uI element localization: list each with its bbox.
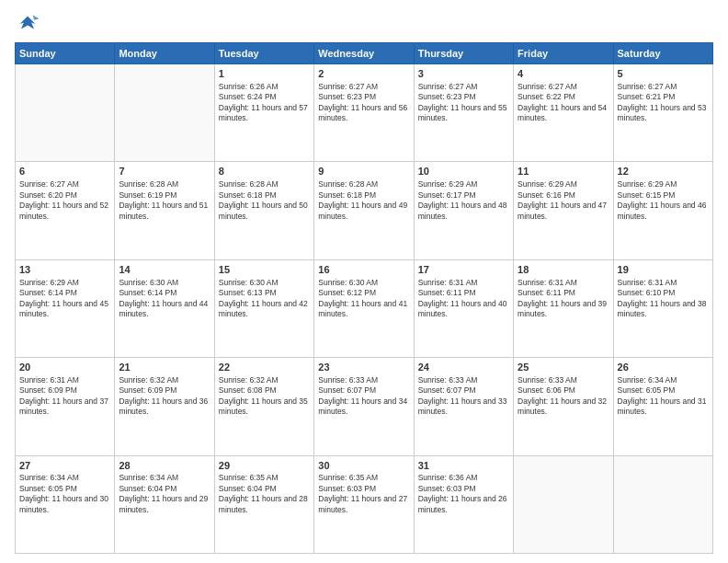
day-number: 27	[19, 459, 110, 473]
page: SundayMondayTuesdayWednesdayThursdayFrid…	[0, 0, 728, 563]
calendar-cell: 22Sunrise: 6:32 AM Sunset: 6:08 PM Dayli…	[214, 358, 313, 455]
day-info: Sunrise: 6:31 AM Sunset: 6:09 PM Dayligh…	[19, 375, 110, 418]
day-number: 30	[318, 459, 409, 473]
day-number: 5	[618, 67, 709, 81]
logo-bird-icon	[15, 11, 40, 37]
day-info: Sunrise: 6:35 AM Sunset: 6:03 PM Dayligh…	[318, 473, 409, 515]
calendar-cell: 15Sunrise: 6:30 AM Sunset: 6:13 PM Dayli…	[214, 259, 313, 357]
day-info: Sunrise: 6:32 AM Sunset: 6:08 PM Dayligh…	[219, 375, 310, 418]
day-info: Sunrise: 6:27 AM Sunset: 6:23 PM Dayligh…	[318, 82, 409, 124]
day-number: 15	[219, 263, 310, 277]
day-number: 1	[219, 67, 310, 81]
calendar-cell: 14Sunrise: 6:30 AM Sunset: 6:14 PM Dayli…	[115, 259, 214, 357]
day-info: Sunrise: 6:30 AM Sunset: 6:13 PM Dayligh…	[219, 278, 310, 320]
day-number: 25	[518, 361, 609, 374]
calendar-cell: 10Sunrise: 6:29 AM Sunset: 6:17 PM Dayli…	[414, 162, 513, 259]
week-row-2: 6Sunrise: 6:27 AM Sunset: 6:20 PM Daylig…	[16, 162, 713, 259]
calendar-cell: 20Sunrise: 6:31 AM Sunset: 6:09 PM Dayli…	[16, 358, 115, 455]
calendar-cell: 21Sunrise: 6:32 AM Sunset: 6:09 PM Dayli…	[115, 358, 214, 455]
calendar-cell: 23Sunrise: 6:33 AM Sunset: 6:07 PM Dayli…	[314, 358, 414, 455]
day-number: 28	[119, 459, 210, 473]
day-info: Sunrise: 6:31 AM Sunset: 6:11 PM Dayligh…	[418, 278, 509, 320]
calendar-table: SundayMondayTuesdayWednesdayThursdayFrid…	[15, 42, 713, 554]
week-row-4: 20Sunrise: 6:31 AM Sunset: 6:09 PM Dayli…	[16, 358, 713, 455]
calendar-cell	[16, 64, 115, 162]
day-number: 24	[418, 361, 509, 374]
day-info: Sunrise: 6:28 AM Sunset: 6:18 PM Dayligh…	[219, 179, 310, 222]
day-info: Sunrise: 6:34 AM Sunset: 6:05 PM Dayligh…	[19, 473, 110, 515]
day-info: Sunrise: 6:29 AM Sunset: 6:17 PM Dayligh…	[418, 179, 509, 222]
day-number: 31	[418, 459, 509, 473]
calendar-cell	[613, 455, 712, 553]
day-number: 19	[618, 263, 709, 277]
day-number: 7	[119, 165, 210, 178]
day-number: 23	[318, 361, 409, 374]
day-number: 6	[19, 165, 110, 178]
calendar-cell: 11Sunrise: 6:29 AM Sunset: 6:16 PM Dayli…	[514, 162, 613, 259]
day-number: 10	[418, 165, 509, 178]
day-number: 22	[219, 361, 310, 374]
calendar-cell: 19Sunrise: 6:31 AM Sunset: 6:10 PM Dayli…	[613, 259, 712, 357]
day-number: 26	[618, 361, 709, 374]
calendar-cell: 8Sunrise: 6:28 AM Sunset: 6:18 PM Daylig…	[214, 162, 313, 259]
day-info: Sunrise: 6:29 AM Sunset: 6:16 PM Dayligh…	[518, 179, 609, 222]
weekday-header-monday: Monday	[115, 43, 214, 64]
calendar-cell: 16Sunrise: 6:30 AM Sunset: 6:12 PM Dayli…	[314, 259, 414, 357]
weekday-header-tuesday: Tuesday	[214, 43, 313, 64]
calendar-cell	[514, 455, 613, 553]
svg-marker-1	[33, 15, 40, 20]
day-info: Sunrise: 6:29 AM Sunset: 6:15 PM Dayligh…	[618, 179, 709, 222]
calendar-cell: 13Sunrise: 6:29 AM Sunset: 6:14 PM Dayli…	[16, 259, 115, 357]
day-number: 3	[418, 67, 509, 81]
weekday-header-saturday: Saturday	[613, 43, 712, 64]
calendar-cell: 24Sunrise: 6:33 AM Sunset: 6:07 PM Dayli…	[414, 358, 513, 455]
day-info: Sunrise: 6:30 AM Sunset: 6:12 PM Dayligh…	[318, 278, 409, 320]
day-info: Sunrise: 6:29 AM Sunset: 6:14 PM Dayligh…	[19, 278, 110, 320]
calendar-cell: 29Sunrise: 6:35 AM Sunset: 6:04 PM Dayli…	[214, 455, 313, 553]
day-number: 18	[518, 263, 609, 277]
calendar-cell: 25Sunrise: 6:33 AM Sunset: 6:06 PM Dayli…	[514, 358, 613, 455]
weekday-header-thursday: Thursday	[414, 43, 513, 64]
calendar-cell: 27Sunrise: 6:34 AM Sunset: 6:05 PM Dayli…	[16, 455, 115, 553]
header	[15, 11, 713, 37]
day-info: Sunrise: 6:27 AM Sunset: 6:20 PM Dayligh…	[19, 179, 110, 222]
day-info: Sunrise: 6:31 AM Sunset: 6:11 PM Dayligh…	[518, 278, 609, 320]
calendar-cell: 3Sunrise: 6:27 AM Sunset: 6:23 PM Daylig…	[414, 64, 513, 162]
calendar-cell: 18Sunrise: 6:31 AM Sunset: 6:11 PM Dayli…	[514, 259, 613, 357]
day-info: Sunrise: 6:27 AM Sunset: 6:22 PM Dayligh…	[518, 82, 609, 124]
day-number: 13	[19, 263, 110, 277]
day-info: Sunrise: 6:26 AM Sunset: 6:24 PM Dayligh…	[219, 82, 310, 124]
day-number: 11	[518, 165, 609, 178]
day-number: 17	[418, 263, 509, 277]
svg-marker-0	[20, 17, 36, 29]
day-info: Sunrise: 6:27 AM Sunset: 6:23 PM Dayligh…	[418, 82, 509, 124]
day-info: Sunrise: 6:30 AM Sunset: 6:14 PM Dayligh…	[119, 278, 210, 320]
day-number: 12	[618, 165, 709, 178]
calendar-cell: 1Sunrise: 6:26 AM Sunset: 6:24 PM Daylig…	[214, 64, 313, 162]
weekday-header-row: SundayMondayTuesdayWednesdayThursdayFrid…	[16, 43, 713, 64]
calendar-cell: 6Sunrise: 6:27 AM Sunset: 6:20 PM Daylig…	[16, 162, 115, 259]
calendar-cell: 31Sunrise: 6:36 AM Sunset: 6:03 PM Dayli…	[414, 455, 513, 553]
day-info: Sunrise: 6:28 AM Sunset: 6:19 PM Dayligh…	[119, 179, 210, 222]
day-info: Sunrise: 6:33 AM Sunset: 6:06 PM Dayligh…	[518, 375, 609, 418]
calendar-cell: 4Sunrise: 6:27 AM Sunset: 6:22 PM Daylig…	[514, 64, 613, 162]
calendar-cell: 9Sunrise: 6:28 AM Sunset: 6:18 PM Daylig…	[314, 162, 414, 259]
day-info: Sunrise: 6:35 AM Sunset: 6:04 PM Dayligh…	[219, 473, 310, 515]
day-info: Sunrise: 6:28 AM Sunset: 6:18 PM Dayligh…	[318, 179, 409, 222]
day-info: Sunrise: 6:27 AM Sunset: 6:21 PM Dayligh…	[618, 82, 709, 124]
day-info: Sunrise: 6:32 AM Sunset: 6:09 PM Dayligh…	[119, 375, 210, 418]
day-number: 20	[19, 361, 110, 374]
weekday-header-friday: Friday	[514, 43, 613, 64]
day-number: 14	[119, 263, 210, 277]
day-info: Sunrise: 6:33 AM Sunset: 6:07 PM Dayligh…	[318, 375, 409, 418]
day-info: Sunrise: 6:36 AM Sunset: 6:03 PM Dayligh…	[418, 473, 509, 515]
calendar-cell: 28Sunrise: 6:34 AM Sunset: 6:04 PM Dayli…	[115, 455, 214, 553]
day-info: Sunrise: 6:34 AM Sunset: 6:05 PM Dayligh…	[618, 375, 709, 418]
calendar-cell: 12Sunrise: 6:29 AM Sunset: 6:15 PM Dayli…	[613, 162, 712, 259]
calendar-cell: 5Sunrise: 6:27 AM Sunset: 6:21 PM Daylig…	[613, 64, 712, 162]
day-number: 29	[219, 459, 310, 473]
day-number: 8	[219, 165, 310, 178]
week-row-3: 13Sunrise: 6:29 AM Sunset: 6:14 PM Dayli…	[16, 259, 713, 357]
week-row-1: 1Sunrise: 6:26 AM Sunset: 6:24 PM Daylig…	[16, 64, 713, 162]
calendar-cell: 30Sunrise: 6:35 AM Sunset: 6:03 PM Dayli…	[314, 455, 414, 553]
